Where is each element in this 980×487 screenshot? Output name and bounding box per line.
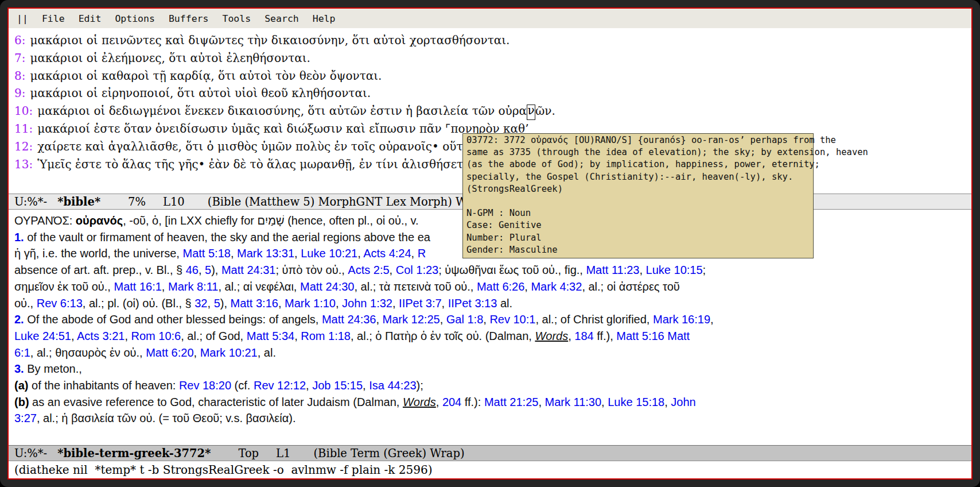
- bible-ref-link[interactable]: 5: [214, 297, 220, 310]
- bible-ref-link[interactable]: Matt 5:16 Matt: [616, 330, 690, 342]
- bible-ref-link[interactable]: 3:27: [14, 412, 37, 424]
- text-segment: ,: [710, 313, 714, 326]
- verse-number: 9:: [14, 86, 25, 100]
- bible-ref-link[interactable]: Matt 3:16: [231, 297, 278, 310]
- text-segment: ,: [125, 330, 131, 342]
- verse-line: 8:μακάριοι οἱ καθαροὶ τῇ καρδίᾳ, ὅτι αὐτ…: [14, 67, 971, 85]
- strongs-tooltip: 03772: 3772 οὐρανός [OU)RANO/S] {ouranós…: [462, 133, 814, 258]
- text-segment: ,: [162, 280, 168, 293]
- bible-ref-link[interactable]: Matt 6:26: [477, 280, 524, 293]
- bible-ref-link[interactable]: Mark 10:21: [200, 346, 258, 359]
- bible-ref-link[interactable]: Rev 10:1: [489, 313, 535, 326]
- bible-ref-link[interactable]: Rev 18:20: [179, 379, 231, 392]
- bible-ref-link[interactable]: Matt 5:34: [247, 330, 294, 342]
- bible-ref-link[interactable]: Gal 1:8: [446, 313, 483, 326]
- bible-ref-link[interactable]: Job 15:15: [312, 379, 363, 392]
- menu-item-search[interactable]: Search: [265, 13, 299, 24]
- bible-ref-link[interactable]: Rom 1:18: [301, 330, 351, 342]
- bible-ref-link[interactable]: Mark 13:31: [237, 247, 294, 260]
- bible-ref-link[interactable]: IIPet 3:7: [399, 297, 442, 310]
- bible-ref-link[interactable]: Matt 16:1: [114, 280, 161, 293]
- bible-ref-link[interactable]: Mark 12:25: [383, 313, 440, 326]
- tooltip-line: Number: Plural: [466, 232, 809, 244]
- menu-item-buffers[interactable]: Buffers: [169, 13, 209, 24]
- bible-ref-link[interactable]: Acts 4:24: [363, 247, 411, 260]
- bible-ref-link[interactable]: IIPet 3:13: [448, 297, 497, 310]
- bible-ref-link[interactable]: 184: [574, 330, 593, 342]
- bible-ref-link[interactable]: Matt 24:30: [300, 280, 355, 293]
- text-segment: 3.: [14, 362, 24, 375]
- bible-ref-link[interactable]: Rev 12:12: [254, 379, 306, 392]
- bible-ref-link[interactable]: Matt 21:25: [484, 396, 539, 408]
- text-segment: , al.: [258, 346, 276, 359]
- text-segment: ,: [436, 396, 442, 408]
- bible-ref-link[interactable]: Matt 6:20: [146, 346, 193, 359]
- bible-ref-link[interactable]: Acts 3:21: [77, 330, 125, 342]
- text-segment: ),: [220, 297, 231, 310]
- bible-ref-link[interactable]: 32: [195, 297, 207, 310]
- bible-ref-link[interactable]: Rom 10:6: [131, 330, 181, 342]
- menu-item-help[interactable]: Help: [313, 13, 336, 24]
- menu-item-edit[interactable]: Edit: [79, 13, 102, 24]
- text-segment: ,: [568, 330, 574, 342]
- text-segment: , al.; of God,: [181, 330, 247, 342]
- bible-ref-link[interactable]: John: [671, 396, 695, 408]
- text-segment: ,: [442, 297, 448, 310]
- verse-number: 12:: [14, 140, 33, 153]
- text-segment: ),: [211, 264, 221, 276]
- bible-ref-link[interactable]: 204: [442, 396, 461, 408]
- text-segment: μακάριοί ἐστε ὅταν ὀνειδίσωσιν ὑμᾶς καὶ …: [37, 122, 528, 136]
- text-segment: ΟΥΡΑΝΌΣ:: [14, 214, 76, 227]
- bible-ref-link[interactable]: Rev 6:13: [37, 297, 83, 310]
- text-segment: ,: [390, 264, 396, 276]
- tooltip-line: Gender: Masculine: [466, 244, 809, 256]
- bible-ref-link[interactable]: Mark 11:30: [545, 396, 602, 408]
- tooltip-line: 03772: 3772 οὐρανός [OU)RANO/S] {ouranós…: [466, 134, 809, 146]
- bible-ref-link[interactable]: Mark 1:10: [285, 297, 336, 310]
- bible-ref-link[interactable]: John 1:32: [342, 297, 392, 310]
- text-segment: (a): [14, 379, 28, 392]
- echo-area[interactable]: (diatheke nil *temp* t -b StrongsRealGre…: [9, 461, 971, 478]
- bible-ref-link[interactable]: Matt 24:31: [221, 264, 276, 276]
- modeline-buffer-name[interactable]: *bible-term-greek-3772*: [57, 447, 211, 460]
- modeline-position: 7%: [128, 195, 146, 208]
- text-segment: ,: [278, 297, 285, 310]
- bible-ref-link[interactable]: Mark 16:19: [653, 313, 710, 326]
- menu-item-file[interactable]: File: [42, 13, 65, 24]
- modeline-buffer-name[interactable]: *bible*: [57, 195, 100, 208]
- bible-ref-link[interactable]: 46: [186, 264, 199, 276]
- text-segment: (cf.: [231, 379, 254, 392]
- bible-ref-link[interactable]: Acts 2:5: [348, 264, 389, 276]
- bible-ref-link[interactable]: Matt 24:36: [322, 313, 376, 326]
- bible-ref-link[interactable]: Luke 10:15: [646, 264, 703, 276]
- bible-ref-link[interactable]: Matt 11:23: [586, 264, 639, 276]
- bible-ref-link[interactable]: Luke 24:51: [14, 330, 71, 342]
- bible-ref-link[interactable]: 6:1: [14, 346, 30, 359]
- menu-item-bars[interactable]: ||: [17, 13, 28, 24]
- bible-ref-link[interactable]: Mark 8:11: [168, 280, 218, 293]
- menu-item-options[interactable]: Options: [115, 13, 155, 24]
- modeline-position: Top: [238, 447, 259, 460]
- verse-line: 6:μακάριοι οἱ πεινῶντες καὶ διψῶντες τὴν…: [14, 32, 971, 49]
- menu-item-tools[interactable]: Tools: [222, 13, 251, 24]
- text-segment: , al.; ἡ βασιλεία τῶν οὐ. (= τοῦ Θεοῦ; v…: [37, 412, 296, 424]
- bible-ref-link[interactable]: Luke 15:18: [608, 396, 664, 408]
- text-segment: ,: [208, 297, 214, 310]
- bible-ref-link[interactable]: Mark 4:32: [531, 280, 582, 293]
- verse-number: 6:: [14, 33, 25, 47]
- bible-ref-link[interactable]: Isa 44:23: [369, 379, 416, 392]
- bible-ref-link[interactable]: R: [418, 247, 426, 260]
- modeline-modes[interactable]: (Bible (Matthew 5) MorphGNT Lex Morph) W…: [208, 195, 490, 208]
- bible-ref-link[interactable]: Col 1:23: [396, 264, 439, 276]
- modeline-term-greek[interactable]: U:%*- *bible-term-greek-3772* Top L1 (Bi…: [9, 445, 971, 461]
- bible-ref-link[interactable]: Matt 5:18: [183, 247, 231, 260]
- text-segment: , al.; of Christ glorified,: [535, 313, 653, 326]
- lexicon-line: 3. By meton.,: [14, 361, 971, 377]
- bible-ref-link[interactable]: 5: [205, 264, 211, 276]
- text-segment: ,: [357, 247, 363, 260]
- bible-ref-link[interactable]: Luke 10:21: [301, 247, 357, 260]
- text-cursor: ν: [527, 105, 535, 120]
- modeline-modes[interactable]: (Bible Term (Greek) Wrap): [313, 447, 464, 460]
- verse-number: 8:: [14, 69, 25, 83]
- modeline-flags: U:%*-: [14, 195, 47, 208]
